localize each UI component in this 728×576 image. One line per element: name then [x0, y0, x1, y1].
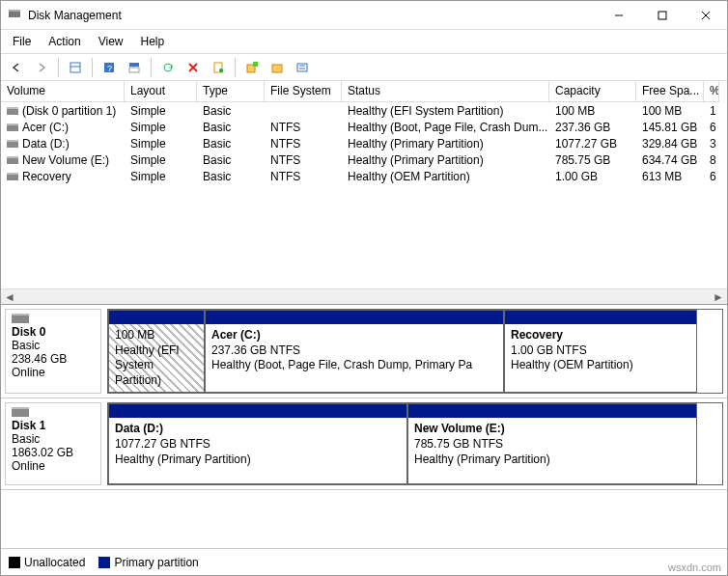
menu-view[interactable]: View: [91, 32, 131, 51]
minimize-button[interactable]: [597, 1, 640, 30]
toolbar: ?: [1, 54, 727, 81]
help-icon[interactable]: ?: [98, 57, 121, 78]
svg-rect-11: [129, 68, 139, 72]
app-icon: [7, 6, 22, 24]
menu-help[interactable]: Help: [133, 32, 173, 51]
svg-rect-10: [129, 63, 139, 67]
col-layout[interactable]: Layout: [125, 81, 197, 102]
title-bar: Disk Management: [1, 1, 727, 30]
new-partition-icon[interactable]: [240, 57, 264, 78]
settings-icon[interactable]: [291, 57, 314, 78]
col-capacity[interactable]: Capacity: [549, 81, 636, 102]
view-top-icon[interactable]: [123, 57, 146, 78]
svg-rect-19: [272, 65, 282, 72]
col-volume[interactable]: Volume: [1, 81, 125, 102]
legend-primary: Primary partition: [98, 556, 198, 569]
disk-map: Data (D:)1077.27 GB NTFSHealthy (Primary…: [107, 402, 723, 485]
volume-list-header: Volume Layout Type File System Status Ca…: [1, 81, 727, 102]
menu-file[interactable]: File: [5, 32, 39, 51]
partition[interactable]: Data (D:)1077.27 GB NTFSHealthy (Primary…: [108, 403, 407, 484]
legend: Unallocated Primary partition: [1, 548, 727, 575]
col-type[interactable]: Type: [197, 81, 265, 102]
svg-rect-18: [253, 62, 258, 67]
scroll-left-icon[interactable]: ◄: [3, 290, 16, 304]
svg-rect-3: [658, 12, 666, 19]
back-button[interactable]: [5, 57, 28, 78]
partition[interactable]: Recovery1.00 GB NTFSHealthy (OEM Partiti…: [504, 310, 697, 393]
watermark: wsxdn.com: [668, 562, 721, 573]
svg-text:?: ?: [107, 64, 112, 73]
delete-icon[interactable]: [182, 57, 205, 78]
menu-bar: File Action View Help: [1, 30, 727, 54]
view-list-icon[interactable]: [64, 57, 87, 78]
window-title: Disk Management: [28, 9, 597, 22]
disk-label[interactable]: Disk 0Basic238.46 GBOnline: [5, 309, 101, 394]
partition[interactable]: 100 MBHealthy (EFI System Partition): [108, 310, 205, 393]
legend-unallocated: Unallocated: [9, 556, 85, 569]
col-filesystem[interactable]: File System: [265, 81, 342, 102]
partition[interactable]: Acer (C:)237.36 GB NTFSHealthy (Boot, Pa…: [205, 310, 504, 393]
maximize-button[interactable]: [640, 1, 684, 30]
disk-entry: Disk 0Basic238.46 GBOnline100 MBHealthy …: [1, 305, 727, 398]
volume-row[interactable]: Data (D:)SimpleBasicNTFSHealthy (Primary…: [1, 135, 727, 151]
volume-list-body[interactable]: (Disk 0 partition 1)SimpleBasicHealthy (…: [1, 102, 727, 288]
svg-rect-1: [9, 10, 20, 12]
volume-row[interactable]: New Volume (E:)SimpleBasicNTFSHealthy (P…: [1, 151, 727, 168]
scroll-right-icon[interactable]: ►: [712, 290, 725, 304]
volume-row[interactable]: (Disk 0 partition 1)SimpleBasicHealthy (…: [1, 102, 727, 119]
disk-map: 100 MBHealthy (EFI System Partition)Acer…: [107, 309, 723, 394]
svg-rect-20: [297, 64, 307, 71]
legend-primary-label: Primary partition: [114, 556, 198, 569]
legend-unallocated-label: Unallocated: [24, 556, 85, 569]
col-percent[interactable]: %: [704, 81, 719, 102]
refresh-icon[interactable]: [156, 57, 180, 78]
disk-entry: Disk 1Basic1863.02 GBOnlineData (D:)1077…: [1, 398, 727, 490]
disk-label[interactable]: Disk 1Basic1863.02 GBOnline: [5, 402, 101, 485]
volume-row[interactable]: Acer (C:)SimpleBasicNTFSHealthy (Boot, P…: [1, 119, 727, 135]
volume-list: Volume Layout Type File System Status Ca…: [1, 81, 727, 305]
col-status[interactable]: Status: [342, 81, 549, 102]
partition[interactable]: New Volume (E:)785.75 GB NTFSHealthy (Pr…: [407, 403, 697, 484]
disk-map-pane: Disk 0Basic238.46 GBOnline100 MBHealthy …: [1, 305, 727, 548]
partition-icon[interactable]: [266, 57, 289, 78]
horizontal-scrollbar[interactable]: ◄ ►: [1, 288, 727, 304]
svg-rect-0: [9, 12, 20, 17]
properties-icon[interactable]: [207, 57, 230, 78]
menu-action[interactable]: Action: [41, 32, 88, 51]
close-button[interactable]: [684, 1, 727, 30]
col-free[interactable]: Free Spa...: [636, 81, 704, 102]
forward-button[interactable]: [30, 57, 53, 78]
svg-point-16: [219, 69, 223, 72]
volume-row[interactable]: RecoverySimpleBasicNTFSHealthy (OEM Part…: [1, 168, 727, 184]
svg-rect-6: [70, 63, 80, 72]
